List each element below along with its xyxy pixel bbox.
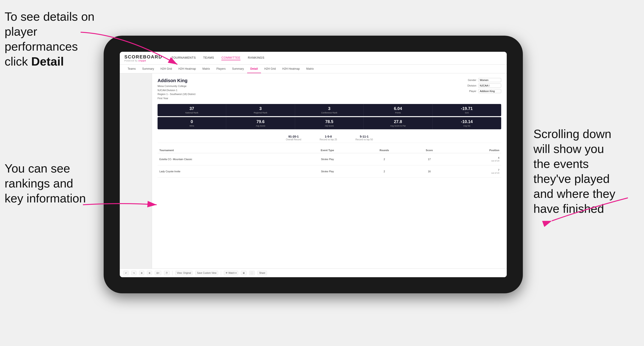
col-position: Position [450, 148, 501, 153]
division-label: Division [467, 84, 476, 87]
nav-bar: SCOREBOARD Powered by clippd TOURNAMENTS… [120, 52, 507, 65]
annotation-top-left-text: To see details on player performances cl… [4, 10, 94, 68]
stat-regional-rank: 3 Regional Rank [226, 104, 295, 116]
logo-clippd: clippd [138, 60, 146, 62]
table-row: Lady Coyote Invite Stroke Play 2 16 7out… [158, 166, 501, 177]
nav-links: TOURNAMENTS TEAMS COMMITTEE RANKINGS [171, 56, 264, 60]
event-type-1: Stroke Play [295, 153, 360, 166]
stat-points: 6.04 Points [364, 104, 432, 116]
records-row: 91-20-1 Overall Record 1-5-0 Record vs t… [158, 133, 501, 143]
sub-nav: Teams Summary H2H Grid H2H Heatmap Matri… [120, 65, 507, 73]
toolbar-fit[interactable]: ⊟+ [155, 271, 161, 275]
nav-teams[interactable]: TEAMS [203, 56, 214, 60]
tournament-name-2: Lady Coyote Invite [158, 166, 295, 177]
division-filter-row: Division NJCAA I NJCAA II [467, 84, 501, 88]
logo-powered: Powered by clippd [124, 60, 162, 62]
sub-nav-h2h-heatmap[interactable]: H2H Heatmap [175, 65, 199, 73]
toolbar-expand[interactable]: ⛶ [249, 271, 255, 275]
stat-wins: 0 Wins [158, 117, 226, 129]
gender-label: Gender [468, 79, 476, 81]
stats-row-2: 0 Wins 79.6 Avg Score 78.5 Adj Score 27.… [158, 117, 501, 129]
toolbar-sep1 [172, 271, 172, 275]
sub-nav-players[interactable]: Players [213, 65, 229, 73]
main-content: Addison King Mesa Community College NJCA… [120, 73, 507, 268]
toolbar-watch[interactable]: 👁 Watch ▾ [224, 271, 238, 275]
col-score: Score [409, 148, 450, 153]
player-info: Addison King Mesa Community College NJCA… [158, 78, 195, 100]
logo-area: SCOREBOARD Powered by clippd [124, 54, 162, 62]
annotation-right: Scrolling down will show you the events … [534, 127, 640, 216]
stat-avg-score: 79.6 Avg Score [226, 117, 295, 129]
rounds-2: 2 [360, 166, 409, 177]
player-filters: Gender Women Men Division NJCAA I NJCAA … [467, 78, 501, 100]
player-filter-row: Player Addison King [469, 89, 501, 93]
score-2: 16 [409, 166, 450, 177]
nav-committee[interactable]: COMMITTEE [221, 56, 240, 60]
tournament-name-1: Estella CC- Mountain Classic [158, 153, 295, 166]
tablet-screen: SCOREBOARD Powered by clippd TOURNAMENTS… [120, 52, 507, 277]
rounds-1: 2 [360, 153, 409, 166]
toolbar-zoom-in[interactable]: ⊕ [139, 271, 144, 275]
player-select[interactable]: Addison King [478, 89, 501, 93]
annotation-bottom-left-text: You can see rankings and key information [4, 162, 86, 205]
sub-nav-h2h-heatmap2[interactable]: H2H Heatmap [279, 65, 303, 73]
player-name: Addison King [158, 78, 195, 83]
toolbar-save-custom-view[interactable]: Save Custom View [195, 271, 218, 275]
position-1: 4out of 20 [450, 153, 501, 166]
player-year: First Year [158, 96, 195, 101]
tablet-device: SCOREBOARD Powered by clippd TOURNAMENTS… [104, 36, 523, 293]
annotation-bottom-left: You can see rankings and key information [4, 161, 92, 206]
col-event-type: Event Type [295, 148, 360, 153]
annotation-top-left: To see details on player performances cl… [4, 9, 101, 69]
tournament-table: Tournament Event Type Rounds Score Posit… [158, 148, 501, 177]
sub-nav-matrix[interactable]: Matrix [199, 65, 213, 73]
event-type-2: Stroke Play [295, 166, 360, 177]
col-tournament: Tournament [158, 148, 272, 153]
logo-scoreboard: SCOREBOARD [124, 54, 162, 60]
sub-nav-summary[interactable]: Summary [139, 65, 157, 73]
gender-filter-row: Gender Women Men [468, 78, 501, 82]
score-1: 17 [409, 153, 450, 166]
division-select[interactable]: NJCAA I NJCAA II [478, 84, 501, 88]
sub-nav-teams[interactable]: Teams [124, 65, 139, 73]
sub-nav-detail[interactable]: Detail [247, 65, 261, 73]
sub-nav-matrix2[interactable]: Matrix [303, 65, 317, 73]
annotation-right-text: Scrolling down will show you the events … [534, 127, 616, 215]
toolbar-view-original[interactable]: View: Original [175, 271, 193, 275]
record-top50: 5-11-1 Record vs top 50 [356, 135, 373, 141]
bottom-toolbar: ↩ ↪ ⊕ ⊕ ⊟+ ⏱ View: Original Save Custom … [120, 268, 507, 277]
table-row: Estella CC- Mountain Classic Stroke Play… [158, 153, 501, 166]
player-header: Addison King Mesa Community College NJCA… [158, 78, 501, 100]
toolbar-share[interactable]: Share [258, 271, 267, 275]
gender-select[interactable]: Women Men [478, 78, 501, 82]
left-sidebar [120, 73, 152, 268]
stat-conference-rank: 3 Conference Rank [295, 104, 364, 116]
sub-nav-h2h-grid[interactable]: H2H Grid [157, 65, 175, 73]
record-top25: 1-5-0 Record vs top 25 [320, 135, 337, 141]
nav-tournaments[interactable]: TOURNAMENTS [171, 56, 196, 60]
sub-nav-summary2[interactable]: Summary [229, 65, 247, 73]
sub-nav-h2h-grid2[interactable]: H2H Grid [261, 65, 279, 73]
col-empty [272, 148, 295, 153]
toolbar-screen[interactable]: 🖥 [241, 271, 246, 275]
detail-panel[interactable]: Addison King Mesa Community College NJCA… [152, 73, 507, 268]
position-2: 7out of 20 [450, 166, 501, 177]
stat-adj-score: 78.5 Adj Score [295, 117, 364, 129]
nav-rankings[interactable]: RANKINGS [248, 56, 264, 60]
col-rounds: Rounds [360, 148, 409, 153]
stats-row-1: 37 National Rank 3 Regional Rank 3 Confe… [158, 104, 501, 116]
player-filter-label: Player [469, 90, 476, 92]
toolbar-redo[interactable]: ↪ [131, 271, 136, 275]
toolbar-timer[interactable]: ⏱ [164, 271, 170, 275]
player-division: NJCAA Division 1 [158, 88, 195, 92]
stat-avg-score-par: 27.8 Avg Score to Par [364, 117, 432, 129]
stat-avg-sg: -10.14 Avg SG [432, 117, 501, 129]
stat-national-rank: 37 National Rank [158, 104, 226, 116]
toolbar-undo[interactable]: ↩ [124, 271, 128, 275]
record-overall: 91-20-1 Overall Record [286, 135, 301, 141]
player-region: Region 1 - Southwest (18) District [158, 92, 195, 96]
stat-sos: -19.71 SoS [432, 104, 501, 116]
player-school: Mesa Community College [158, 84, 195, 88]
toolbar-zoom-out[interactable]: ⊕ [147, 271, 152, 275]
